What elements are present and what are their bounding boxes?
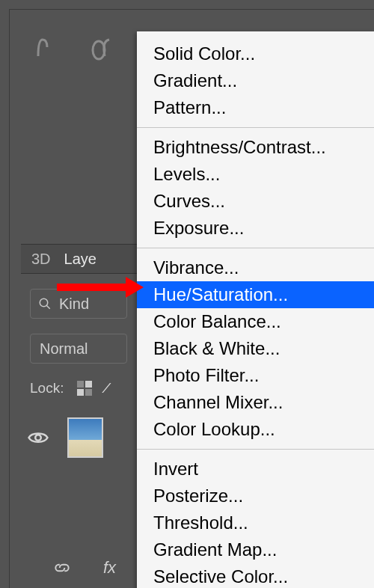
layer-row[interactable]	[27, 417, 103, 458]
layer-thumbnail[interactable]	[67, 417, 103, 458]
menu-threshold[interactable]: Threshold...	[137, 509, 374, 536]
menu-group-color: Vibrance... Hue/Saturation... Color Bala…	[137, 248, 374, 449]
tool-icon-1[interactable]	[30, 31, 55, 66]
menu-solid-color[interactable]: Solid Color...	[137, 40, 374, 67]
adjustment-layer-menu: Solid Color... Gradient... Pattern... Br…	[137, 31, 374, 588]
lock-position-icon[interactable]: ∕	[105, 380, 108, 396]
blend-mode-label: Normal	[40, 340, 88, 358]
menu-channel-mixer[interactable]: Channel Mixer...	[137, 389, 374, 416]
menu-pattern[interactable]: Pattern...	[137, 94, 374, 121]
menu-curves[interactable]: Curves...	[137, 188, 374, 215]
menu-gradient-map[interactable]: Gradient Map...	[137, 536, 374, 563]
menu-group-fill: Solid Color... Gradient... Pattern...	[137, 34, 374, 127]
svg-point-3	[35, 435, 41, 441]
menu-selective-color[interactable]: Selective Color...	[137, 563, 374, 588]
search-icon	[38, 297, 52, 310]
menu-group-special: Invert Posterize... Threshold... Gradien…	[137, 450, 374, 588]
menu-color-balance[interactable]: Color Balance...	[137, 308, 374, 335]
svg-line-2	[46, 305, 50, 309]
menu-black-white[interactable]: Black & White...	[137, 335, 374, 362]
tab-3d[interactable]: 3D	[31, 251, 51, 268]
menu-group-tonal: Brightness/Contrast... Levels... Curves.…	[137, 128, 374, 248]
menu-vibrance[interactable]: Vibrance...	[137, 254, 374, 281]
lock-pixels-icon[interactable]	[77, 381, 92, 396]
menu-hue-saturation[interactable]: Hue/Saturation...	[137, 281, 374, 308]
menu-gradient[interactable]: Gradient...	[137, 67, 374, 94]
menu-levels[interactable]: Levels...	[137, 161, 374, 188]
menu-color-lookup[interactable]: Color Lookup...	[137, 416, 374, 443]
top-tools	[30, 31, 115, 66]
blend-mode-select[interactable]: Normal	[30, 334, 127, 364]
layer-filter-label: Kind	[59, 295, 89, 313]
menu-brightness-contrast[interactable]: Brightness/Contrast...	[137, 134, 374, 161]
tool-icon-2[interactable]	[90, 31, 115, 66]
menu-exposure[interactable]: Exposure...	[137, 215, 374, 242]
menu-photo-filter[interactable]: Photo Filter...	[137, 362, 374, 389]
menu-invert[interactable]: Invert	[137, 456, 374, 483]
menu-posterize[interactable]: Posterize...	[137, 483, 374, 509]
annotation-arrow	[57, 278, 144, 296]
svg-point-1	[40, 298, 48, 307]
photoshop-app: 3D Laye Kind Normal Lock: ∕ fx Solid Col…	[0, 0, 374, 588]
eye-icon[interactable]	[27, 426, 49, 449]
link-icon[interactable]	[52, 558, 72, 578]
tab-layers[interactable]: Laye	[64, 251, 96, 268]
lock-label: Lock:	[30, 380, 64, 396]
fx-icon[interactable]: fx	[103, 558, 116, 578]
lock-row: Lock: ∕	[30, 380, 108, 396]
